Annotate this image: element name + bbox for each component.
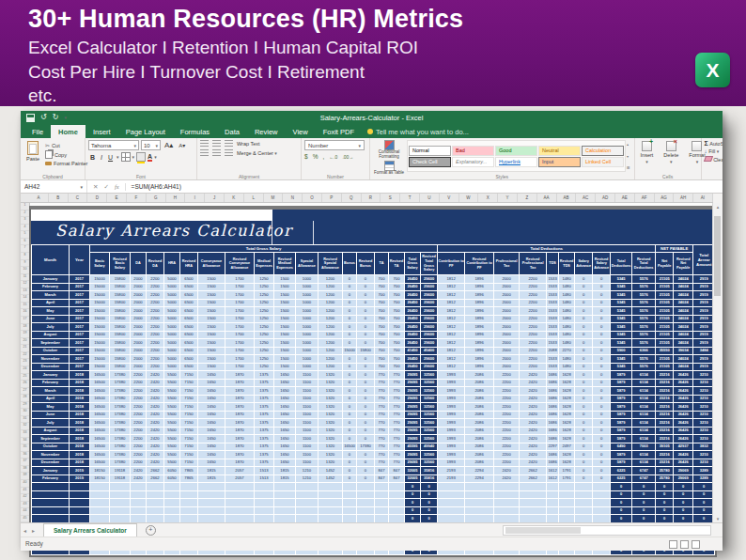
value-cell[interactable]: 1700 (225, 331, 255, 339)
value-cell[interactable]: 1500 (198, 275, 225, 284)
value-cell[interactable]: 1500 (198, 339, 225, 348)
value-cell[interactable]: 5000 (164, 355, 180, 364)
value-cell[interactable]: 6225 (611, 467, 632, 475)
value-cell[interactable]: 0 (674, 506, 693, 515)
value-cell[interactable]: 1812 (438, 323, 465, 332)
value-cell[interactable]: 2200 (520, 363, 547, 371)
value-cell[interactable]: 1896 (465, 347, 494, 355)
value-cell[interactable]: 1896 (465, 331, 494, 339)
value-cell[interactable]: 5576 (632, 355, 656, 364)
value-cell[interactable]: 5345 (611, 299, 632, 307)
value-cell[interactable]: 1000 (296, 331, 319, 339)
value-cell[interactable]: 700 (389, 355, 405, 364)
row-number[interactable]: 28 (21, 395, 29, 402)
value-cell[interactable]: 0 (575, 395, 593, 403)
value-cell[interactable] (255, 483, 274, 491)
value-cell[interactable] (164, 506, 180, 515)
value-cell[interactable]: 2200 (520, 331, 547, 339)
value-cell[interactable] (520, 515, 547, 523)
row-number[interactable]: 18 (21, 324, 29, 332)
month-cell[interactable]: January (32, 371, 70, 380)
value-cell[interactable]: 1870 (225, 387, 255, 396)
value-cell[interactable]: 2086 (465, 379, 494, 387)
value-cell[interactable]: 6134 (632, 459, 656, 467)
value-cell[interactable] (375, 499, 389, 507)
value-cell[interactable]: 1533 (547, 299, 559, 307)
value-cell[interactable]: 1533 (547, 283, 559, 291)
value-cell[interactable]: 1000 (296, 323, 319, 332)
value-cell[interactable]: 5879 (611, 427, 632, 435)
value-cell[interactable]: 2200 (147, 355, 164, 364)
value-cell[interactable]: 0 (343, 387, 357, 396)
value-cell[interactable]: 700 (389, 275, 405, 284)
value-cell[interactable]: 1000 (296, 299, 319, 307)
value-cell[interactable]: 1700 (225, 307, 255, 316)
value-cell[interactable]: 1870 (225, 427, 255, 435)
value-cell[interactable] (375, 483, 389, 491)
value-cell[interactable]: 1650 (274, 419, 296, 428)
month-cell[interactable] (32, 490, 70, 499)
value-cell[interactable]: 0 (357, 283, 375, 291)
value-cell[interactable]: 7150 (180, 419, 198, 428)
value-cell[interactable]: 0 (632, 483, 656, 491)
value-cell[interactable]: 0 (593, 307, 611, 316)
value-cell[interactable]: 1320 (319, 419, 343, 428)
fill-button[interactable]: ↓ Fill ▾ (705, 148, 723, 154)
percent-style-icon[interactable]: % (313, 153, 319, 160)
value-cell[interactable]: 1628 (559, 379, 575, 387)
value-cell[interactable]: 6134 (632, 371, 656, 380)
row-number[interactable]: 12 (21, 281, 29, 288)
value-cell[interactable]: 24024 (674, 275, 693, 284)
value-cell[interactable]: 29095 (405, 403, 421, 412)
value-cell[interactable] (575, 515, 593, 523)
column-letter[interactable]: H (166, 194, 186, 202)
value-cell[interactable]: 700 (389, 315, 405, 323)
value-cell[interactable]: 25780 (656, 467, 674, 475)
value-cell[interactable]: 1480 (559, 299, 575, 307)
value-cell[interactable] (559, 490, 575, 499)
value-cell[interactable] (225, 499, 255, 507)
column-letter[interactable]: X (478, 194, 498, 202)
year-cell[interactable]: 2017 (70, 355, 90, 364)
value-cell[interactable] (357, 515, 375, 523)
value-cell[interactable]: 26426 (674, 427, 693, 435)
value-cell[interactable] (575, 506, 593, 515)
value-cell[interactable]: 1000 (296, 307, 319, 316)
value-cell[interactable]: 2000 (131, 339, 147, 348)
year-cell[interactable] (70, 506, 90, 515)
value-cell[interactable]: 16500 (90, 419, 110, 428)
value-cell[interactable] (343, 483, 357, 491)
value-cell[interactable]: 1513 (255, 467, 274, 475)
value-cell[interactable]: 19118 (110, 474, 131, 483)
month-cell[interactable]: February (32, 379, 70, 387)
value-cell[interactable]: 26426 (674, 459, 693, 467)
value-cell[interactable]: 1100 (296, 403, 319, 412)
value-cell[interactable] (465, 506, 494, 515)
value-cell[interactable] (547, 499, 559, 507)
value-cell[interactable]: 16500 (90, 379, 110, 387)
clear-button[interactable]: Clear ▾ (705, 156, 723, 163)
value-cell[interactable]: 5576 (632, 291, 656, 300)
value-cell[interactable]: 16500 (90, 443, 110, 451)
value-cell[interactable] (375, 506, 389, 515)
value-cell[interactable] (389, 506, 405, 515)
value-cell[interactable]: 1100 (296, 411, 319, 419)
value-cell[interactable]: 0 (343, 395, 357, 403)
value-cell[interactable]: 1250 (255, 291, 274, 300)
value-cell[interactable]: 1650 (274, 403, 296, 412)
month-cell[interactable]: March (32, 291, 70, 300)
value-cell[interactable]: 24024 (674, 315, 693, 323)
value-cell[interactable]: 1100 (296, 427, 319, 435)
value-cell[interactable]: 1320 (319, 427, 343, 435)
value-cell[interactable]: 0 (575, 371, 593, 380)
value-cell[interactable]: 21105 (656, 355, 674, 364)
value-cell[interactable]: 21105 (656, 363, 674, 371)
value-cell[interactable]: 2200 (147, 299, 164, 307)
value-cell[interactable]: 7150 (180, 443, 198, 451)
value-cell[interactable] (389, 515, 405, 523)
sheet-tab[interactable]: Salary Arrears Calculator (43, 523, 137, 537)
value-cell[interactable]: 15000 (90, 283, 110, 291)
value-cell[interactable]: 15000 (90, 315, 110, 323)
value-cell[interactable]: 29095 (405, 451, 421, 459)
value-cell[interactable] (593, 483, 611, 491)
